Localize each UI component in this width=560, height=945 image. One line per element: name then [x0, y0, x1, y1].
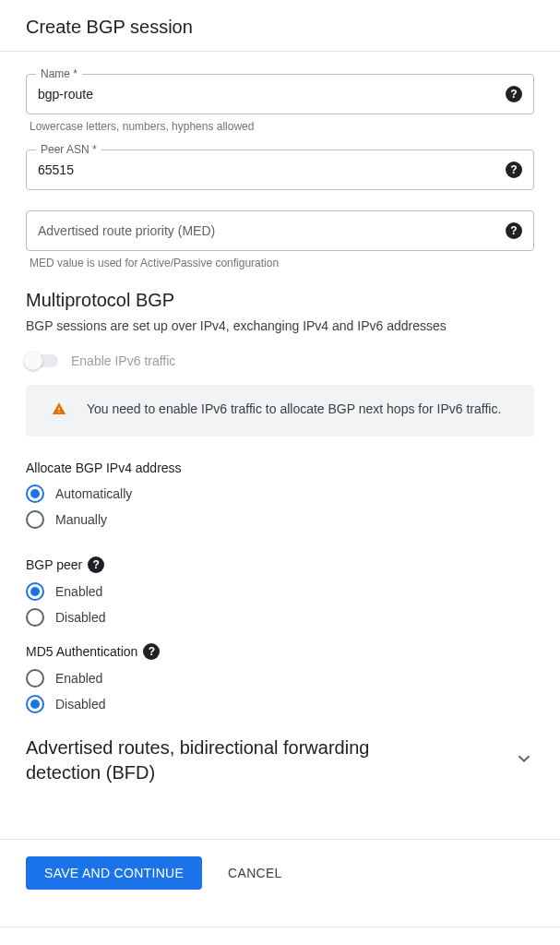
alert-text: You need to enable IPv6 traffic to alloc… — [87, 400, 501, 419]
radio-checked-icon — [26, 582, 44, 601]
name-input[interactable] — [38, 87, 493, 102]
bgp-peer-group: BGP peer ? Enabled Disabled — [26, 556, 534, 627]
allocate-auto-row[interactable]: Automatically — [26, 484, 534, 503]
allocate-auto-label: Automatically — [55, 486, 132, 501]
med-input[interactable] — [38, 223, 493, 238]
warning-icon — [52, 401, 66, 422]
cancel-button[interactable]: CANCEL — [228, 866, 282, 880]
md5-disabled-row[interactable]: Disabled — [26, 695, 534, 713]
ipv6-toggle[interactable] — [26, 354, 58, 367]
bgp-peer-disabled-label: Disabled — [55, 610, 105, 625]
med-field: ? — [26, 210, 534, 251]
md5-enabled-label: Enabled — [55, 671, 102, 686]
allocate-group: Allocate BGP IPv4 address Automatically … — [26, 461, 534, 529]
radio-checked-icon — [26, 695, 44, 713]
bgp-peer-disabled-row[interactable]: Disabled — [26, 608, 534, 627]
radio-unchecked-icon — [26, 510, 44, 529]
divider — [0, 927, 560, 927]
toggle-knob — [24, 352, 42, 370]
footer: SAVE AND CONTINUE CANCEL — [0, 839, 560, 927]
md5-disabled-label: Disabled — [55, 697, 105, 712]
name-field: Name * ? — [26, 74, 534, 114]
asn-input[interactable] — [38, 162, 493, 177]
asn-outline[interactable]: Peer ASN * ? — [26, 150, 534, 190]
help-icon[interactable]: ? — [506, 161, 522, 178]
asn-field: Peer ASN * ? — [26, 150, 534, 190]
bgp-peer-enabled-row[interactable]: Enabled — [26, 582, 534, 601]
page-header: Create BGP session — [0, 0, 560, 52]
name-label: Name * — [36, 67, 82, 80]
radio-checked-icon — [26, 484, 44, 503]
advertised-routes-expander[interactable]: Advertised routes, bidirectional forward… — [26, 730, 534, 802]
ipv6-toggle-row: Enable IPv6 traffic — [26, 353, 534, 368]
multiprotocol-desc: BGP sessions are set up over IPv4, excha… — [26, 318, 534, 333]
bgp-peer-enabled-label: Enabled — [55, 584, 102, 599]
save-and-continue-button[interactable]: SAVE AND CONTINUE — [26, 856, 202, 890]
help-icon[interactable]: ? — [88, 556, 104, 573]
ipv6-toggle-label: Enable IPv6 traffic — [71, 353, 175, 368]
md5-enabled-row[interactable]: Enabled — [26, 669, 534, 688]
md5-label: MD5 Authentication ? — [26, 643, 534, 660]
name-helper: Lowercase letters, numbers, hyphens allo… — [30, 120, 534, 133]
expander-title: Advertised routes, bidirectional forward… — [26, 736, 423, 785]
ipv6-alert: You need to enable IPv6 traffic to alloc… — [26, 385, 534, 437]
name-outline[interactable]: Name * ? — [26, 74, 534, 114]
chevron-down-icon — [514, 748, 534, 772]
allocate-manual-label: Manually — [55, 512, 107, 527]
md5-label-text: MD5 Authentication — [26, 644, 137, 659]
multiprotocol-title: Multiprotocol BGP — [26, 290, 534, 311]
form-body: Name * ? Lowercase letters, numbers, hyp… — [0, 52, 560, 811]
md5-group: MD5 Authentication ? Enabled Disabled — [26, 643, 534, 713]
bgp-peer-label: BGP peer ? — [26, 556, 534, 573]
page-title: Create BGP session — [26, 17, 534, 38]
radio-unchecked-icon — [26, 608, 44, 627]
allocate-label: Allocate BGP IPv4 address — [26, 461, 534, 475]
help-icon[interactable]: ? — [143, 643, 160, 660]
allocate-manual-row[interactable]: Manually — [26, 510, 534, 529]
bgp-peer-label-text: BGP peer — [26, 557, 82, 572]
help-icon[interactable]: ? — [506, 222, 522, 239]
med-helper: MED value is used for Active/Passive con… — [30, 257, 534, 269]
asn-label: Peer ASN * — [36, 143, 101, 156]
med-outline[interactable]: ? — [26, 210, 534, 251]
radio-unchecked-icon — [26, 669, 44, 688]
help-icon[interactable]: ? — [506, 86, 522, 102]
